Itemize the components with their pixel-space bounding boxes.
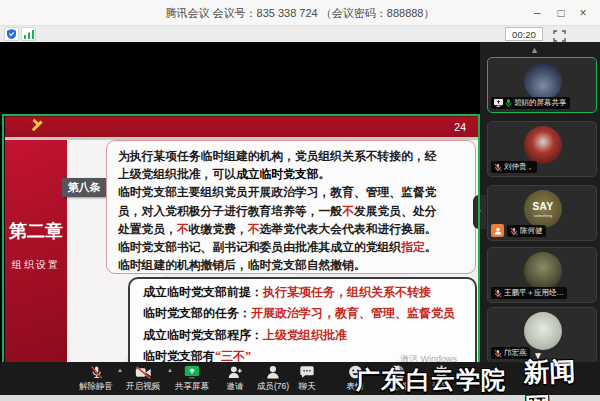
slide-header-banner: 24 xyxy=(5,115,478,137)
participant-tile[interactable]: SAY something 陈何健 xyxy=(487,185,597,241)
settings-button[interactable]: 设置 xyxy=(433,364,450,393)
collapse-up-icon[interactable]: ▲ xyxy=(530,45,539,55)
mic-muted-icon xyxy=(79,364,113,380)
document-icon xyxy=(390,364,407,380)
participant-name: 陈何健 xyxy=(520,226,543,236)
status-strip: 00:20 xyxy=(0,26,600,42)
share-screen-button[interactable]: 共享屏幕 xyxy=(175,364,209,393)
summary-line: 临时党支部的任务：开展政治学习，教育、管理、监督党员 xyxy=(143,303,462,324)
article-line: 临时党支部主要组织党员开展政治学习，教育、管理、监督党 xyxy=(118,183,464,201)
participant-name: 碧娟的屏幕共享 xyxy=(514,98,567,108)
chat-bubble-icon xyxy=(299,364,316,380)
meeting-title: 腾讯会议 会议号：835 338 724 （会议密码：888888） xyxy=(0,6,600,21)
chapter-subtitle: 组织设置 xyxy=(5,258,67,272)
host-badge-icon xyxy=(491,224,504,237)
fullscreen-icon[interactable] xyxy=(553,28,566,40)
mic-on-icon xyxy=(505,99,512,108)
security-shield-icon[interactable] xyxy=(4,27,19,41)
summary-line: 成立临时党支部前提：执行某项任务，组织关系不转接 xyxy=(143,282,462,303)
summary-line: 成立临时党支部程序：上级党组织批准 xyxy=(143,325,462,346)
meeting-toolbar: 解除静音 ▲ 开启视频 ▲ 共享屏幕 邀请 成员(76) 聊天 xyxy=(0,362,600,395)
mic-muted-icon xyxy=(494,349,502,358)
article-line: 上级党组织批准，可以成立临时党支部。 xyxy=(118,165,464,183)
slide-page-number: 24 xyxy=(454,121,466,133)
avatar xyxy=(524,62,562,100)
start-video-button[interactable]: 开启视频 xyxy=(126,364,160,393)
mic-muted-icon xyxy=(510,227,518,236)
participant-name: 王鹏平＋应用经… xyxy=(504,288,564,298)
participant-tile[interactable]: 王鹏平＋应用经… xyxy=(487,247,597,303)
minimize-button[interactable]: – xyxy=(526,3,548,23)
gear-icon xyxy=(433,364,450,380)
mute-options-caret[interactable]: ▲ xyxy=(117,367,123,373)
camera-off-icon xyxy=(126,364,160,380)
avatar: SAY something xyxy=(524,190,562,228)
participant-name: 刘仲贵， xyxy=(504,162,534,172)
more-participants-icon[interactable]: ▼ xyxy=(533,350,543,361)
emoji-button[interactable]: 表情 xyxy=(347,364,364,393)
chapter-title: 第二章 xyxy=(5,219,67,243)
shared-screen-area: 24 第二章 组织设置 第八条 为执行某项任务临时组建的机构，党员组织关系不转接… xyxy=(0,42,480,395)
participants-sidebar: ▲ › 碧娟的屏幕共享 刘仲贵， SAY something 陈何健 xyxy=(480,42,600,395)
docs-button[interactable]: 文档 xyxy=(390,364,407,393)
member-person-icon xyxy=(257,364,289,380)
mic-muted-icon xyxy=(494,163,502,172)
party-emblem-icon xyxy=(27,118,47,138)
chat-button[interactable]: 聊天 xyxy=(299,364,316,393)
presentation-slide: 24 第二章 组织设置 第八条 为执行某项任务临时组建的机构，党员组织关系不转接… xyxy=(5,115,478,394)
smiley-icon xyxy=(347,364,364,380)
unmute-button[interactable]: 解除静音 xyxy=(79,364,113,393)
article-line: 员，对入党积极分子进行教育培养等，一般不发展党员、处分 xyxy=(118,202,464,220)
participant-name: 邝宏燕 xyxy=(504,348,527,358)
article-text-box: 为执行某项任务临时组建的机构，党员组织关系不转接的，经 上级党组织批准，可以成立… xyxy=(106,140,476,274)
close-button[interactable]: × xyxy=(572,3,594,23)
article-line: 临时党支部书记、副书记和委员由批准其成立的党组织指定。 xyxy=(118,238,464,256)
window-titlebar: 腾讯会议 会议号：835 338 724 （会议密码：888888） – □ × xyxy=(0,0,600,26)
avatar xyxy=(524,312,562,350)
invite-button[interactable]: 邀请 xyxy=(227,364,244,393)
meeting-timer: 00:20 xyxy=(505,27,543,41)
panel-collapse-handle[interactable]: › xyxy=(473,195,486,229)
invite-person-icon xyxy=(227,364,244,380)
mic-muted-icon xyxy=(494,289,502,298)
avatar xyxy=(524,252,562,290)
maximize-button[interactable]: □ xyxy=(550,3,572,23)
screen-share-icon xyxy=(494,99,503,107)
article-tag: 第八条 xyxy=(62,178,106,197)
article-line: 临时组建的机构撤销后，临时党支部自然撤销。 xyxy=(118,256,464,274)
members-button[interactable]: 成员(76) xyxy=(257,364,289,393)
article-line: 为执行某项任务临时组建的机构，党员组织关系不转接的，经 xyxy=(118,147,464,165)
share-screen-icon xyxy=(175,364,209,380)
participant-tile-sharer[interactable]: 碧娟的屏幕共享 xyxy=(487,57,597,113)
participant-tile[interactable]: 刘仲贵， xyxy=(487,121,597,177)
window-bottom-edge xyxy=(0,395,600,401)
article-line: 处置党员，不收缴党费，不选举党代表大会代表和进行换届。 xyxy=(118,220,464,238)
video-options-caret[interactable]: ▲ xyxy=(167,367,173,373)
avatar xyxy=(524,126,562,164)
network-signal-icon[interactable] xyxy=(21,27,36,41)
